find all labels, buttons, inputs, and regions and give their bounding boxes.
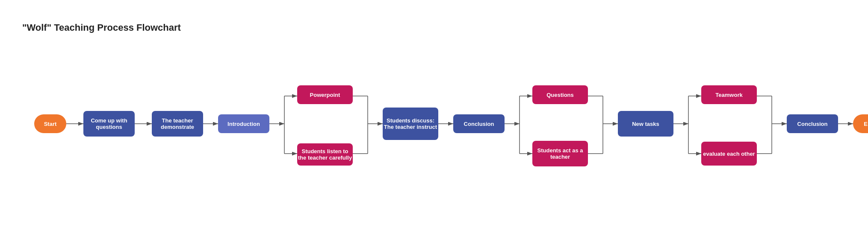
new-tasks-node: New tasks xyxy=(618,111,673,137)
students-discuss-node: Students discuss: The teacher instruct xyxy=(383,108,438,140)
teamwork-node: Teamwork xyxy=(701,85,757,104)
conclusion2-node: Conclusion xyxy=(787,114,838,133)
introduction-node: Introduction xyxy=(218,114,269,133)
teacher-demonstrate-node: The teacher demonstrate xyxy=(152,111,203,137)
start-node: Start xyxy=(34,114,66,133)
students-act-node: Students act as a teacher xyxy=(532,141,588,166)
conclusion1-node: Conclusion xyxy=(453,114,505,133)
questions-node: Questions xyxy=(532,85,588,104)
arrows-svg xyxy=(17,51,864,205)
evaluate-each-other-node: evaluate each other xyxy=(701,142,757,166)
powerpoint-node: Powerpoint xyxy=(297,85,353,104)
page-title: "Wolf" Teaching Process Flowchart xyxy=(22,22,181,33)
page: "Wolf" Teaching Process Flowchart xyxy=(0,0,868,227)
flowchart: Start Come up with questions The teacher… xyxy=(17,51,864,205)
students-listen-node: Students listen to the teacher carefully xyxy=(297,143,353,166)
end-node: End xyxy=(853,114,868,133)
come-with-questions-node: Come up with questions xyxy=(83,111,135,137)
